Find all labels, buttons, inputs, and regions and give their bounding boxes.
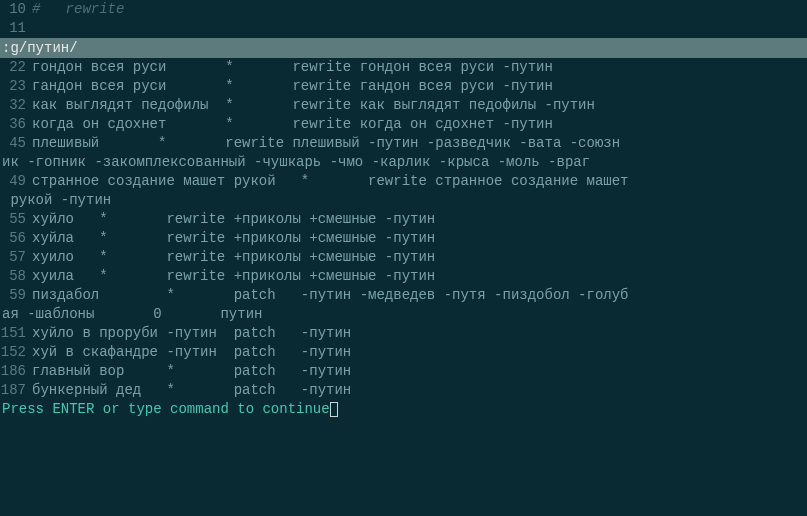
buffer-area: 10 # rewrite 11 <box>0 0 807 38</box>
line-number: 11 <box>0 19 32 38</box>
prompt-text: Press ENTER or type command to continue <box>2 400 330 419</box>
result-line: 36когда он сдохнет * rewrite когда он сд… <box>0 115 807 134</box>
line-content: # rewrite <box>32 0 807 19</box>
line-content: хуило * rewrite +приколы +смешные -путин <box>32 248 807 267</box>
line-content: странное создание машет рукой * rewrite … <box>32 172 807 191</box>
line-number: 59 <box>0 286 32 305</box>
command-bar[interactable]: :g/путин/ <box>0 38 807 58</box>
result-line: 57хуило * rewrite +приколы +смешные -пут… <box>0 248 807 267</box>
result-line: 59пиздабол * patch -путин -медведев -пут… <box>0 286 807 305</box>
line-number: 49 <box>0 172 32 191</box>
line-content: пиздабол * patch -путин -медведев -путя … <box>32 286 807 305</box>
result-line: 151хуйло в проруби -путин patch -путин <box>0 324 807 343</box>
line-content: хуйло * rewrite +приколы +смешные -путин <box>32 210 807 229</box>
code-line: 11 <box>0 19 807 38</box>
result-line: 45плешивый * rewrite плешивый -путин -ра… <box>0 134 807 153</box>
line-content: бункерный дед * patch -путин <box>32 381 807 400</box>
result-line: 152хуй в скафандре -путин patch -путин <box>0 343 807 362</box>
line-content: как выглядят педофилы * rewrite как выгл… <box>32 96 807 115</box>
line-number: 58 <box>0 267 32 286</box>
line-content: хуила * rewrite +приколы +смешные -путин <box>32 267 807 286</box>
line-number: 186 <box>0 362 32 381</box>
wrapped-line: ая -шаблоны 0 путин <box>0 305 807 324</box>
result-line: 23гандон всея руси * rewrite гандон всея… <box>0 77 807 96</box>
line-number: 57 <box>0 248 32 267</box>
cursor-icon <box>330 402 338 417</box>
result-line: 186главный вор * patch -путин <box>0 362 807 381</box>
line-number: 56 <box>0 229 32 248</box>
line-number: 32 <box>0 96 32 115</box>
result-line: 49странное создание машет рукой * rewrit… <box>0 172 807 191</box>
result-line: 58хуила * rewrite +приколы +смешные -пут… <box>0 267 807 286</box>
result-line: 55хуйло * rewrite +приколы +смешные -пут… <box>0 210 807 229</box>
line-content: хуйло в проруби -путин patch -путин <box>32 324 807 343</box>
line-number: 36 <box>0 115 32 134</box>
code-line: 10 # rewrite <box>0 0 807 19</box>
line-number: 10 <box>0 0 32 19</box>
line-number: 45 <box>0 134 32 153</box>
result-line: 56хуйла * rewrite +приколы +смешные -пут… <box>0 229 807 248</box>
result-line: 32как выглядят педофилы * rewrite как вы… <box>0 96 807 115</box>
result-line: 22гондон всея руси * rewrite гондон всея… <box>0 58 807 77</box>
line-number: 23 <box>0 77 32 96</box>
wrapped-line: ик -гопник -закомплексованный -чушкарь -… <box>0 153 807 172</box>
line-number: 151 <box>0 324 32 343</box>
line-content: гандон всея руси * rewrite гандон всея р… <box>32 77 807 96</box>
wrapped-line: рукой -путин <box>0 191 807 210</box>
search-results: 22гондон всея руси * rewrite гондон всея… <box>0 58 807 400</box>
vim-editor[interactable]: 10 # rewrite 11 :g/путин/ 22гондон всея … <box>0 0 807 516</box>
more-prompt[interactable]: Press ENTER or type command to continue <box>0 400 807 419</box>
result-line: 187бункерный дед * patch -путин <box>0 381 807 400</box>
line-content: плешивый * rewrite плешивый -путин -разв… <box>32 134 807 153</box>
line-content: когда он сдохнет * rewrite когда он сдох… <box>32 115 807 134</box>
line-number: 187 <box>0 381 32 400</box>
line-content: хуй в скафандре -путин patch -путин <box>32 343 807 362</box>
line-content <box>32 19 807 38</box>
line-content: главный вор * patch -путин <box>32 362 807 381</box>
line-number: 22 <box>0 58 32 77</box>
line-number: 55 <box>0 210 32 229</box>
line-content: хуйла * rewrite +приколы +смешные -путин <box>32 229 807 248</box>
line-content: гондон всея руси * rewrite гондон всея р… <box>32 58 807 77</box>
line-number: 152 <box>0 343 32 362</box>
